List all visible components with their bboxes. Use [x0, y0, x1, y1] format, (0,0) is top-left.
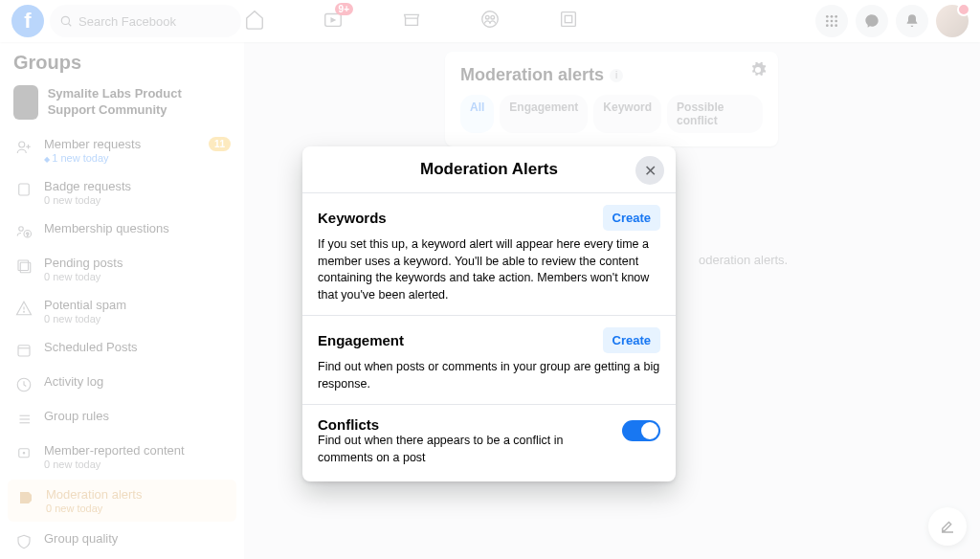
facebook-logo[interactable]: f: [11, 5, 44, 37]
home-icon[interactable]: [244, 9, 265, 34]
header-right: [815, 5, 969, 37]
sidebar-item-badge-requests[interactable]: Badge requests0 new today: [0, 171, 244, 213]
svg-point-15: [826, 24, 829, 27]
svg-point-0: [61, 16, 69, 24]
nav-center: 9+: [244, 9, 579, 34]
header: f Search Facebook 9+: [0, 0, 980, 42]
sidebar-item-label: Pending posts: [44, 256, 231, 270]
svg-point-13: [831, 20, 834, 23]
search-placeholder: Search Facebook: [78, 14, 176, 29]
svg-rect-29: [18, 346, 30, 356]
svg-point-5: [485, 15, 489, 19]
gaming-icon[interactable]: [558, 9, 579, 34]
moderation-title: Moderation alertsi: [460, 65, 763, 85]
svg-point-11: [835, 15, 837, 18]
sidebar-item-sub: 0 new today: [46, 503, 229, 514]
svg-text:?: ?: [26, 232, 29, 237]
sidebar-item-sub: 0 new today: [44, 194, 231, 206]
watch-icon[interactable]: 9+: [323, 9, 344, 34]
shield-icon: [13, 531, 34, 550]
person-plus-icon: [13, 137, 34, 156]
gear-icon[interactable]: [749, 61, 767, 82]
svg-point-16: [831, 24, 834, 27]
sidebar-item-label: Member requests: [44, 137, 209, 151]
sidebar-item-moderation-alerts[interactable]: Moderation alerts0 new today: [8, 480, 236, 522]
engagement-create-button[interactable]: Create: [603, 327, 660, 353]
sidebar-item-group-quality[interactable]: Group quality: [0, 524, 244, 558]
sidebar-item-membership-questions[interactable]: ? Membership questions: [0, 213, 244, 248]
sidebar-item-label: Group rules: [44, 409, 231, 423]
sidebar-item-pending-posts[interactable]: Pending posts0 new today: [0, 248, 244, 290]
sidebar-item-group-rules[interactable]: Group rules: [0, 401, 244, 436]
watch-badge: 9+: [335, 3, 353, 15]
engagement-section: Engagement Create Find out when posts or…: [302, 316, 676, 405]
svg-point-18: [19, 142, 25, 147]
search-icon: [59, 14, 73, 28]
avatar[interactable]: [936, 5, 969, 37]
keywords-create-button[interactable]: Create: [603, 205, 660, 231]
sidebar-item-label: Member-reported content: [44, 443, 231, 458]
conflicts-section: Conflicts Find out when there appears to…: [302, 405, 676, 481]
posts-icon: [13, 256, 34, 275]
sidebar-item-scheduled-posts[interactable]: Scheduled Posts: [0, 332, 244, 367]
conflicts-desc: Find out when there appears to be a conf…: [318, 433, 611, 466]
tab-all[interactable]: All: [460, 95, 494, 133]
conflicts-title: Conflicts: [318, 416, 611, 433]
sidebar-item-label: Group quality: [44, 531, 231, 546]
keywords-section: Keywords Create If you set this up, a ke…: [302, 193, 676, 316]
moderation-alerts-modal: Moderation Alerts ✕ Keywords Create If y…: [302, 146, 676, 481]
menu-icon[interactable]: [815, 5, 848, 37]
sidebar-item-label: Activity log: [44, 374, 231, 389]
sidebar-item-sub: 1 new today: [44, 152, 209, 164]
close-icon[interactable]: ✕: [635, 156, 664, 185]
svg-rect-21: [19, 184, 30, 195]
svg-point-14: [835, 20, 837, 23]
sidebar-item-member-reported[interactable]: Member-reported content0 new today: [0, 436, 244, 478]
background-hint: oderation alerts.: [699, 253, 788, 267]
sidebar-item-label: Badge requests: [44, 179, 231, 193]
modal-title: Moderation Alerts: [350, 160, 628, 179]
tab-possible-conflict[interactable]: Possible conflict: [667, 95, 763, 133]
compose-icon: [939, 518, 956, 535]
question-icon: ?: [13, 221, 34, 240]
marketplace-icon[interactable]: [401, 9, 422, 34]
tab-keyword[interactable]: Keyword: [593, 95, 661, 133]
sidebar-item-member-requests[interactable]: Member requests1 new today 11: [0, 129, 244, 171]
messenger-icon[interactable]: [856, 5, 888, 37]
svg-rect-25: [18, 260, 29, 271]
sidebar-item-sub: 0 new today: [44, 271, 231, 282]
list-icon: [13, 409, 34, 428]
svg-rect-26: [20, 262, 31, 273]
info-icon[interactable]: i: [610, 69, 623, 82]
flag-icon: [13, 443, 34, 462]
group-thumbnail: [13, 85, 38, 120]
sidebar-item-label: Scheduled Posts: [44, 340, 231, 354]
tab-engagement[interactable]: Engagement: [500, 95, 588, 133]
svg-point-6: [491, 15, 495, 19]
svg-point-12: [826, 20, 829, 23]
svg-point-9: [826, 15, 829, 18]
svg-point-22: [19, 227, 24, 232]
conflicts-toggle[interactable]: [622, 420, 660, 441]
group-header[interactable]: Symalite Labs Product Support Community: [0, 79, 244, 129]
sidebar-item-label: Membership questions: [44, 221, 231, 235]
compose-button[interactable]: [928, 507, 967, 546]
notifications-icon[interactable]: [896, 5, 928, 37]
sidebar-item-activity-log[interactable]: Activity log: [0, 367, 244, 401]
svg-rect-8: [565, 15, 571, 22]
sidebar-title: Groups: [0, 42, 244, 79]
search-input[interactable]: Search Facebook: [50, 5, 241, 37]
warning-icon: [13, 298, 34, 317]
clock-icon: [13, 374, 34, 393]
sidebar-item-badge: 11: [209, 137, 231, 151]
sidebar-item-sub: 0 new today: [44, 458, 231, 470]
groups-icon[interactable]: [479, 9, 501, 34]
svg-point-36: [23, 453, 25, 455]
svg-point-17: [835, 24, 837, 27]
moderation-card: Moderation alertsi All Engagement Keywor…: [445, 52, 778, 146]
svg-point-28: [24, 311, 25, 312]
keywords-desc: If you set this up, a keyword alert will…: [318, 236, 660, 303]
sidebar-item-potential-spam[interactable]: Potential spam0 new today: [0, 290, 244, 332]
badge-icon: [13, 179, 34, 198]
modal-header: Moderation Alerts ✕: [302, 146, 676, 193]
